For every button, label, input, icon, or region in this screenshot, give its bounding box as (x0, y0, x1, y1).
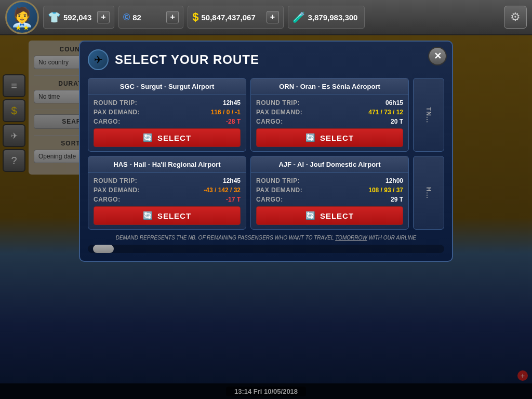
route-2-cargo-value: 20 T (391, 118, 403, 125)
coin-icon: © (123, 12, 130, 23)
route-2-select-icon: 🔄 (305, 133, 316, 142)
route-3-pax-row: PAX DEMAND: -43 / 142 / 32 (94, 187, 241, 194)
route-4-select-label: SELECT (320, 211, 354, 220)
route-4-pax-value: 108 / 93 / 37 (368, 187, 403, 194)
route-1-select-label: SELECT (157, 134, 191, 142)
money-icon: $ (192, 10, 198, 24)
demand-note: DEMAND REPRESENTS THE NB. OF REMAINING P… (88, 235, 444, 241)
modal-title-icon: ✈ (88, 49, 109, 70)
route-1-select-button[interactable]: 🔄 SELECT (94, 128, 241, 147)
money-value: 50,847,437,067 (202, 13, 264, 22)
route-3-roundtrip-row: ROUND TRIP: 12h45 (94, 177, 241, 184)
route-2-cargo-row: CARGO: 20 T (256, 118, 403, 125)
route-3-cargo-label: CARGO: (94, 196, 121, 203)
route-1-roundtrip-label: ROUND TRIP: (94, 99, 137, 107)
route-2-roundtrip-value: 06h15 (385, 99, 403, 107)
route-3-cargo-row: CARGO: -17 T (94, 196, 241, 203)
route-2-select-button[interactable]: 🔄 SELECT (256, 128, 403, 147)
route-1-cargo-row: CARGO: -28 T (94, 118, 241, 125)
route-4-body: ROUND TRIP: 12h00 PAX DEMAND: 108 / 93 /… (251, 173, 408, 229)
side-card-bottom: H... (413, 156, 444, 230)
route-4-roundtrip-label: ROUND TRIP: (256, 177, 300, 184)
route-1-select-icon: 🔄 (143, 133, 153, 142)
route-2-body: ROUND TRIP: 06h15 PAX DEMAND: 471 / 73 /… (251, 95, 408, 151)
scroll-area[interactable] (88, 245, 444, 253)
route-card-2: ORN - Oran - Es Sénia Aéroport ROUND TRI… (250, 78, 409, 152)
flask-value: 3,879,983,300 (308, 13, 360, 22)
route-4-cargo-row: CARGO: 29 T (256, 196, 403, 203)
star-2: ★ (23, 23, 30, 32)
route-2-roundtrip-row: ROUND TRIP: 06h15 (256, 99, 403, 107)
coin-resource: © 82 + (118, 6, 183, 29)
route-3-body: ROUND TRIP: 12h45 PAX DEMAND: -43 / 142 … (88, 173, 246, 229)
shirt-resource: 👕 592,043 + (43, 6, 114, 29)
scroll-thumb[interactable] (93, 245, 114, 253)
route-selection-modal: ✈ SELECT YOUR ROUTE ✕ SGC - Surgut - Sur… (79, 41, 453, 262)
route-3-cargo-value: -17 T (226, 196, 241, 203)
route-2-header: ORN - Oran - Es Sénia Aéroport (251, 78, 408, 95)
route-1-pax-label: PAX DEMAND: (94, 109, 140, 116)
modal-overlay: ✈ SELECT YOUR ROUTE ✕ SGC - Surgut - Sur… (0, 35, 532, 399)
route-3-roundtrip-value: 12h45 (223, 177, 241, 184)
shirt-add-button[interactable]: + (97, 11, 110, 23)
flask-resource: 🧪 3,879,983,300 (288, 6, 365, 29)
route-4-roundtrip-value: 12h00 (385, 177, 403, 184)
money-add-button[interactable]: + (267, 11, 279, 23)
avatar[interactable]: 🧑‍💼 ★ ★ (5, 1, 39, 34)
route-1-roundtrip-row: ROUND TRIP: 12h45 (94, 99, 241, 107)
route-1-body: ROUND TRIP: 12h45 PAX DEMAND: 116 / 0 / … (88, 95, 246, 151)
route-2-roundtrip-label: ROUND TRIP: (256, 99, 300, 107)
route-grid: SGC - Surgut - Surgut Airport ROUND TRIP… (88, 78, 444, 230)
route-1-pax-row: PAX DEMAND: 116 / 0 / -1 (94, 109, 241, 116)
route-1-pax-value: 116 / 0 / -1 (211, 109, 241, 116)
money-resource: $ 50,847,437,067 + (188, 6, 283, 29)
route-3-header: HAS - Hail - Ha'il Regional Airport (88, 156, 246, 173)
main-content: ≡ $ ✈ ? COUNTRY No country ▼ DURATION No… (0, 35, 532, 399)
star-1: ★ (15, 23, 22, 32)
route-1-header: SGC - Surgut - Surgut Airport (88, 78, 246, 95)
modal-close-button[interactable]: ✕ (428, 47, 447, 65)
route-3-pax-value: -43 / 142 / 32 (204, 187, 241, 194)
route-4-header: AJF - Al - Jouf Domestic Airport (251, 156, 408, 173)
route-1-cargo-label: CARGO: (94, 118, 121, 125)
shirt-icon: 👕 (48, 11, 61, 23)
route-4-pax-label: PAX DEMAND: (256, 187, 302, 194)
route-1-roundtrip-value: 12h45 (223, 99, 241, 107)
route-2-cargo-label: CARGO: (256, 118, 283, 125)
route-2-pax-value: 471 / 73 / 12 (368, 109, 403, 116)
route-2-pax-label: PAX DEMAND: (256, 109, 302, 116)
route-4-cargo-value: 29 T (391, 196, 403, 203)
route-4-select-icon: 🔄 (305, 211, 316, 220)
route-3-roundtrip-label: ROUND TRIP: (94, 177, 137, 184)
side-card-bottom-label: H... (425, 187, 432, 199)
top-bar: 🧑‍💼 ★ ★ 👕 592,043 + © 82 + $ 50,847,437,… (0, 0, 532, 35)
demand-note-text: DEMAND REPRESENTS THE NB. OF REMAINING P… (116, 235, 417, 241)
route-4-roundtrip-row: ROUND TRIP: 12h00 (256, 177, 403, 184)
side-card-top: TN... (413, 78, 444, 152)
stars-row: ★ ★ (15, 23, 30, 32)
route-4-pax-row: PAX DEMAND: 108 / 93 / 37 (256, 187, 403, 194)
route-2-select-label: SELECT (320, 134, 354, 142)
shirt-value: 592,043 (63, 13, 95, 22)
route-3-select-icon: 🔄 (143, 211, 153, 220)
route-3-select-label: SELECT (157, 211, 191, 220)
coin-value: 82 (132, 13, 164, 22)
route-3-select-button[interactable]: 🔄 SELECT (94, 206, 241, 225)
gear-button[interactable]: ⚙ (504, 6, 527, 29)
modal-header: ✈ SELECT YOUR ROUTE (88, 49, 444, 70)
route-3-pax-label: PAX DEMAND: (94, 187, 140, 194)
flask-icon: 🧪 (292, 11, 305, 23)
coin-add-button[interactable]: + (166, 11, 179, 23)
route-1-cargo-value: -28 T (226, 118, 241, 125)
route-card-4: AJF - Al - Jouf Domestic Airport ROUND T… (250, 156, 409, 230)
side-card-top-label: TN... (425, 107, 432, 123)
route-card-1: SGC - Surgut - Surgut Airport ROUND TRIP… (88, 78, 246, 152)
route-4-select-button[interactable]: 🔄 SELECT (256, 206, 403, 225)
route-card-3: HAS - Hail - Ha'il Regional Airport ROUN… (88, 156, 246, 230)
modal-title: SELECT YOUR ROUTE (115, 52, 259, 67)
route-4-cargo-label: CARGO: (256, 196, 283, 203)
route-2-pax-row: PAX DEMAND: 471 / 73 / 12 (256, 109, 403, 116)
